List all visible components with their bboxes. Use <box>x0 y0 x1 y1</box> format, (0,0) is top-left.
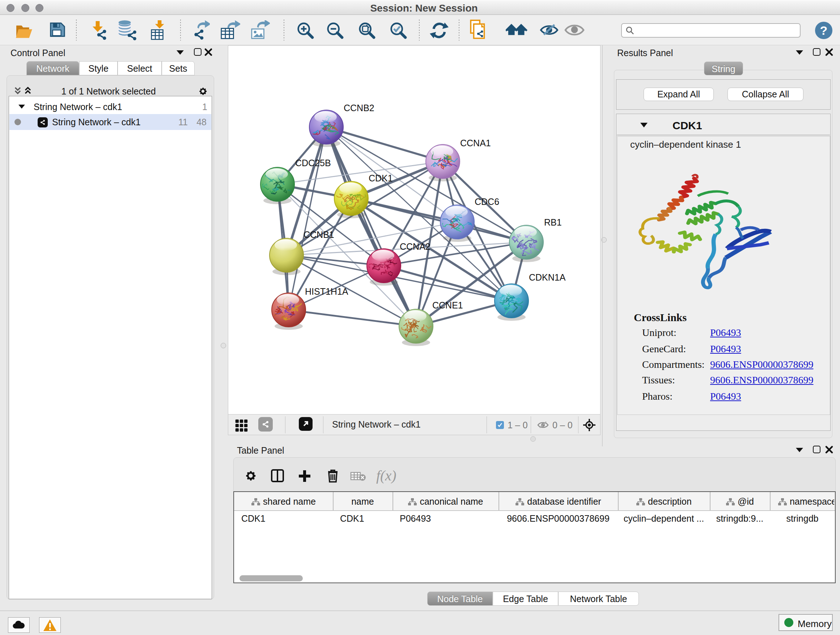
svg-text:CDC25B: CDC25B <box>295 158 331 168</box>
svg-text:CDKN1A: CDKN1A <box>529 272 566 282</box>
svg-text:CDC6: CDC6 <box>475 196 499 207</box>
svg-text:RB1: RB1 <box>544 217 562 227</box>
svg-text:CCNE1: CCNE1 <box>432 300 463 310</box>
svg-text:HIST1H1A: HIST1H1A <box>305 287 348 296</box>
svg-text:CCNA2: CCNA2 <box>400 241 431 252</box>
svg-text:CCNB2: CCNB2 <box>344 103 374 113</box>
svg-text:CCNB1: CCNB1 <box>303 230 334 240</box>
svg-text:CDK1: CDK1 <box>369 173 393 183</box>
svg-text:CCNA1: CCNA1 <box>460 138 491 148</box>
